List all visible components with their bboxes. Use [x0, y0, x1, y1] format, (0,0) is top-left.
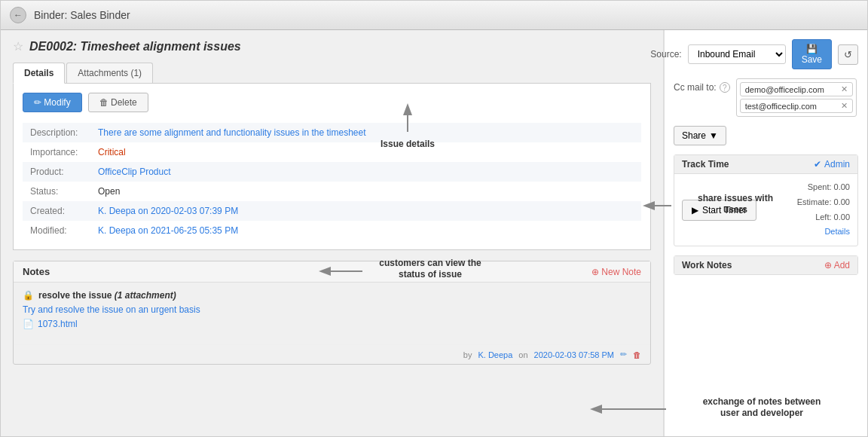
cc-email-2: test@officeclip.com — [745, 102, 817, 111]
note-by-label: by — [463, 350, 472, 359]
table-row: Modified: K. Deepa on 2021-06-25 05:35 P… — [23, 221, 641, 240]
note-date: 2020-02-03 07:58 PM — [534, 350, 614, 359]
add-button[interactable]: ⊕ Add — [824, 260, 850, 270]
source-select[interactable]: Inbound Email Manual Web Form — [688, 44, 786, 64]
notes-header: Notes ⊕ New Note — [14, 261, 650, 283]
field-value-status: Open — [90, 182, 641, 201]
source-label: Source: — [650, 49, 681, 60]
field-label: Created: — [23, 201, 90, 221]
field-label: Description: — [23, 123, 90, 142]
share-button[interactable]: Share ▼ — [674, 126, 726, 145]
back-button[interactable]: ← — [10, 7, 26, 23]
table-row: Importance: Critical — [23, 142, 641, 162]
field-label: Importance: — [23, 142, 90, 162]
field-label: Modified: — [23, 221, 90, 240]
notes-title: Notes — [23, 266, 50, 277]
issue-title: DE0002: Timesheet alignment issues — [29, 40, 241, 53]
edit-icon[interactable]: ✏ — [620, 350, 627, 359]
issue-header: ☆ DE0002: Timesheet alignment issues — [13, 39, 651, 53]
field-value-modified: K. Deepa on 2021-06-25 05:35 PM — [90, 221, 641, 240]
work-notes-header: Work Notes ⊕ Add — [674, 256, 857, 274]
start-timer-button[interactable]: ▶ Start Timer — [682, 200, 756, 221]
tabs: Details Attachments (1) — [13, 63, 651, 84]
file-icon: 📄 — [23, 319, 34, 329]
share-label: Share — [682, 130, 706, 141]
tab-details[interactable]: Details — [13, 63, 65, 84]
window-title: Binder: Sales Binder — [34, 9, 130, 21]
field-label: Product: — [23, 162, 90, 182]
note-on-label: on — [518, 350, 527, 359]
source-row: Source: Inbound Email Manual Web Form 💾 … — [674, 39, 858, 69]
cc-tag-2: test@officeclip.com ✕ — [740, 99, 853, 113]
lock-icon: 🔒 — [23, 290, 34, 301]
cc-tags-container: demo@officeclip.com ✕ test@officeclip.co… — [736, 78, 857, 117]
save-button[interactable]: 💾 Save — [792, 39, 832, 69]
note-author: K. Deepa — [478, 350, 512, 359]
timer-stats: Spent: 0.00 Estimate: 0.00 Left: 0.00 De… — [797, 180, 850, 240]
table-row: Description: There are some alignment an… — [23, 123, 641, 142]
delete-icon[interactable]: 🗑 — [633, 350, 641, 359]
new-note-button[interactable]: ⊕ New Note — [591, 267, 641, 277]
note-body: Try and resolve the issue on an urgent b… — [23, 304, 641, 315]
note-file: 📄 1073.html — [23, 319, 641, 329]
tab-attachments[interactable]: Attachments (1) — [66, 63, 153, 83]
star-icon[interactable]: ☆ — [13, 39, 23, 53]
info-icon[interactable]: ? — [720, 82, 730, 93]
field-value-product: OfficeClip Product — [90, 162, 641, 182]
field-value-importance: Critical — [90, 142, 641, 162]
field-value-description: There are some alignment and functionali… — [90, 123, 641, 142]
table-row: Status: Open — [23, 182, 641, 201]
cc-remove-2[interactable]: ✕ — [841, 101, 848, 111]
left-label: Left: 0.00 — [815, 212, 850, 222]
shield-icon: ✔ — [814, 159, 821, 170]
note-item: 🔒 resolve the issue (1 attachment) Try a… — [14, 283, 650, 340]
details-link[interactable]: Details — [797, 225, 850, 240]
cc-email-1: demo@officeclip.com — [745, 85, 824, 94]
track-time-title: Track Time — [682, 159, 729, 170]
details-table: Description: There are some alignment an… — [23, 123, 641, 240]
modify-button[interactable]: ✏ Modify — [23, 93, 82, 112]
spent-label: Spent: 0.00 — [808, 182, 850, 191]
share-row: Share ▼ — [674, 126, 858, 145]
track-time-section: Track Time ✔ Admin ▶ Start Timer Spent: … — [674, 154, 858, 246]
admin-badge: ✔ Admin — [814, 159, 850, 170]
share-dropdown-icon: ▼ — [709, 130, 718, 141]
field-label: Status: — [23, 182, 90, 201]
work-notes-title: Work Notes — [682, 260, 732, 270]
start-timer-label: Start Timer — [702, 205, 747, 215]
work-notes-section: Work Notes ⊕ Add — [674, 255, 858, 275]
cc-tag-1: demo@officeclip.com ✕ — [740, 82, 853, 96]
note-item-title: resolve the issue (1 attachment) — [38, 290, 176, 301]
estimate-label: Estimate: 0.00 — [797, 197, 850, 206]
delete-button[interactable]: 🗑 Delete — [88, 93, 148, 112]
track-time-header: Track Time ✔ Admin — [674, 155, 857, 174]
notes-section: Notes ⊕ New Note 🔒 resolve the issue (1 … — [13, 261, 651, 365]
cc-label-text: Cc mail to: — [674, 82, 717, 93]
table-row: Product: OfficeClip Product — [23, 162, 641, 182]
timer-play-icon: ▶ — [692, 205, 698, 215]
right-panel: Source: Inbound Email Manual Web Form 💾 … — [664, 30, 867, 436]
table-row: Created: K. Deepa on 2020-02-03 07:39 PM — [23, 201, 641, 221]
file-link[interactable]: 1073.html — [38, 319, 78, 329]
note-footer: by K. Deepa on 2020-02-03 07:58 PM ✏ 🗑 — [14, 344, 650, 364]
refresh-button[interactable]: ↺ — [838, 44, 858, 65]
left-panel: ☆ DE0002: Timesheet alignment issues Det… — [1, 30, 664, 436]
admin-label: Admin — [824, 159, 850, 170]
action-buttons: ✏ Modify 🗑 Delete — [23, 93, 641, 112]
field-value-created: K. Deepa on 2020-02-03 07:39 PM — [90, 201, 641, 221]
cc-remove-1[interactable]: ✕ — [841, 84, 848, 94]
cc-mail-row: Cc mail to: ? demo@officeclip.com ✕ test… — [674, 78, 858, 117]
cc-label: Cc mail to: ? — [674, 82, 730, 93]
track-time-body: ▶ Start Timer Spent: 0.00 Estimate: 0.00… — [674, 174, 857, 246]
tab-content: ✏ Modify 🗑 Delete Description: There are… — [13, 84, 651, 250]
note-lock-row: 🔒 resolve the issue (1 attachment) — [23, 290, 641, 301]
